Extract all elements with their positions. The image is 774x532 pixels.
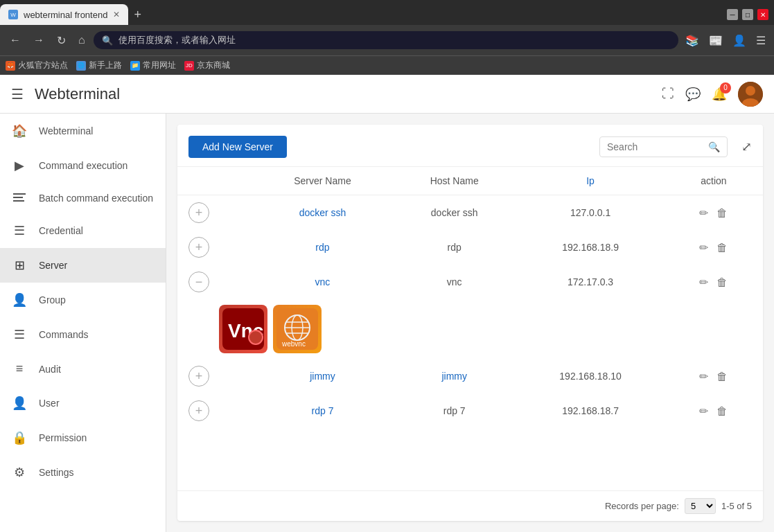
server-name-link[interactable]: rdp (315, 242, 329, 253)
edit-button[interactable]: ✏ (696, 204, 711, 222)
delete-button[interactable]: 🗑 (714, 368, 730, 386)
reload-button[interactable]: ↻ (53, 31, 70, 50)
avatar[interactable] (738, 82, 763, 107)
search-icon[interactable]: 🔍 (708, 141, 720, 152)
host-name-link[interactable]: jimmy (441, 371, 467, 382)
bookmark-common[interactable]: 📁 常用网址 (130, 60, 176, 71)
maximize-button[interactable]: □ (742, 9, 753, 20)
action-cell: ✏ 🗑 (665, 265, 763, 299)
sidebar-label-webterminal: Webterminal (39, 125, 93, 136)
close-button[interactable]: ✕ (757, 9, 768, 20)
sidebar-label-audit: Audit (39, 364, 61, 375)
server-name-link[interactable]: jimmy (310, 371, 335, 382)
edit-button[interactable]: ✏ (696, 238, 711, 257)
bookmark-firefox[interactable]: 🦊 火狐官方站点 (6, 60, 68, 71)
home-button[interactable]: ⌂ (74, 31, 89, 49)
expand-button[interactable]: + (188, 237, 209, 258)
sidebar-label-credential: Credential (39, 225, 83, 236)
delete-button[interactable]: 🗑 (714, 402, 730, 420)
server-name-link[interactable]: rdp 7 (312, 405, 334, 416)
col-expand (177, 167, 253, 195)
minimize-button[interactable]: ─ (727, 9, 738, 20)
sidebar-item-permission[interactable]: 🔒 Permission (0, 420, 166, 455)
server-name-cell: docker ssh (253, 195, 392, 231)
col-host-name: Host Name (392, 167, 516, 195)
row-expand-cell: − (177, 265, 253, 299)
sidebar-item-group[interactable]: 👤 Group (0, 283, 166, 317)
edit-button[interactable]: ✏ (696, 402, 711, 420)
bookmark-firefox-icon: 🦊 (6, 61, 15, 71)
library-icon[interactable]: 📚 (683, 33, 702, 48)
col-server-name: Server Name (253, 167, 392, 195)
bookmark-jd[interactable]: JD 京东商城 (184, 60, 230, 71)
row-expand-cell: + (177, 393, 253, 428)
collapse-button[interactable]: − (188, 272, 209, 292)
address-bar[interactable]: 🔍 使用百度搜索，或者输入网址 (94, 31, 678, 49)
chat-icon[interactable]: 💬 (685, 87, 701, 102)
back-button[interactable]: ← (6, 31, 25, 49)
expand-button[interactable]: + (188, 202, 209, 223)
tab-close-button[interactable]: ✕ (113, 10, 120, 19)
sidebar-item-server[interactable]: ⊞ Server (0, 248, 166, 283)
sidebar-item-commands[interactable]: ☰ Commands (0, 317, 166, 352)
tab-label: webterminal frontend (24, 10, 107, 20)
sidebar-item-command-execution[interactable]: ▶ Command execution (0, 148, 166, 183)
sidebar-label-permission: Permission (39, 432, 87, 443)
browser-chrome: W webterminal frontend ✕ + ─ □ ✕ ← → ↻ ⌂… (0, 0, 774, 75)
new-tab-button[interactable]: + (128, 8, 147, 22)
expand-button[interactable]: + (188, 400, 209, 421)
sidebar-item-audit[interactable]: ≡ Audit (0, 352, 166, 386)
fullscreen-header-icon[interactable]: ⛶ (662, 87, 674, 101)
server-name-cell: rdp 7 (253, 393, 392, 428)
notification-icon[interactable]: 🔔 0 (712, 87, 727, 102)
account-icon[interactable]: 👤 (730, 33, 749, 48)
sidebar-item-credential[interactable]: ☰ Credential (0, 213, 166, 248)
sidebar-label-commands: Commands (39, 329, 89, 340)
forward-button[interactable]: → (29, 31, 49, 49)
svg-point-1 (746, 86, 755, 96)
browser-tab[interactable]: W webterminal frontend ✕ (0, 4, 128, 25)
commands-icon: ☰ (11, 327, 28, 342)
reader-icon[interactable]: 📰 (706, 33, 725, 48)
delete-button[interactable]: 🗑 (714, 239, 730, 257)
webvnc-app-button[interactable]: webvnc (273, 305, 322, 353)
expand-button[interactable]: + (188, 366, 209, 387)
table-fullscreen-icon[interactable]: ⤢ (741, 139, 752, 154)
search-input[interactable] (607, 141, 704, 152)
webterminal-icon: 🏠 (11, 123, 28, 139)
vnc-app-button[interactable]: Vnc (219, 305, 267, 353)
col-ip: Ip (516, 167, 665, 195)
vnc-logo: Vnc (222, 308, 264, 350)
sidebar: 🏠 Webterminal ▶ Command execution Batch … (0, 114, 166, 532)
window-controls: ─ □ ✕ (727, 9, 774, 20)
delete-button[interactable]: 🗑 (714, 204, 730, 222)
edit-button[interactable]: ✏ (696, 367, 711, 386)
svg-rect-5 (13, 200, 24, 202)
vnc-app-row: Vnc (177, 299, 763, 359)
table-body: + docker ssh docker ssh 127.0.0.1 ✏ 🗑 (177, 195, 763, 429)
nav-right-icons: 📚 📰 👤 ☰ (683, 33, 768, 48)
edit-button[interactable]: ✏ (696, 273, 711, 292)
per-page-select[interactable]: 5 10 20 (685, 498, 716, 514)
bookmark-newuser[interactable]: 🌐 新手上路 (76, 60, 122, 71)
pagination: Records per page: 5 10 20 1-5 of 5 (177, 490, 763, 521)
ip-cell: 127.0.0.1 (516, 195, 665, 231)
server-name-link[interactable]: vnc (315, 276, 331, 287)
server-name-cell: vnc (253, 265, 392, 299)
table-row: + docker ssh docker ssh 127.0.0.1 ✏ 🗑 (177, 195, 763, 231)
sidebar-item-webterminal[interactable]: 🏠 Webterminal (0, 114, 166, 148)
host-name-cell: docker ssh (392, 195, 516, 231)
tab-bar: W webterminal frontend ✕ + ─ □ ✕ (0, 0, 774, 25)
audit-icon: ≡ (11, 362, 28, 376)
sidebar-item-settings[interactable]: ⚙ Settings (0, 455, 166, 490)
menu-icon[interactable]: ☰ (753, 33, 768, 48)
server-name-link[interactable]: docker ssh (299, 207, 346, 218)
credential-icon: ☰ (11, 223, 28, 238)
sidebar-item-user[interactable]: 👤 User (0, 386, 166, 420)
sidebar-label-server: Server (39, 260, 67, 271)
server-name-cell: jimmy (253, 359, 392, 393)
delete-button[interactable]: 🗑 (714, 274, 730, 292)
add-server-button[interactable]: Add New Server (188, 136, 287, 158)
hamburger-menu-icon[interactable]: ☰ (11, 86, 24, 103)
sidebar-item-batch-command[interactable]: Batch command execution (0, 183, 166, 213)
